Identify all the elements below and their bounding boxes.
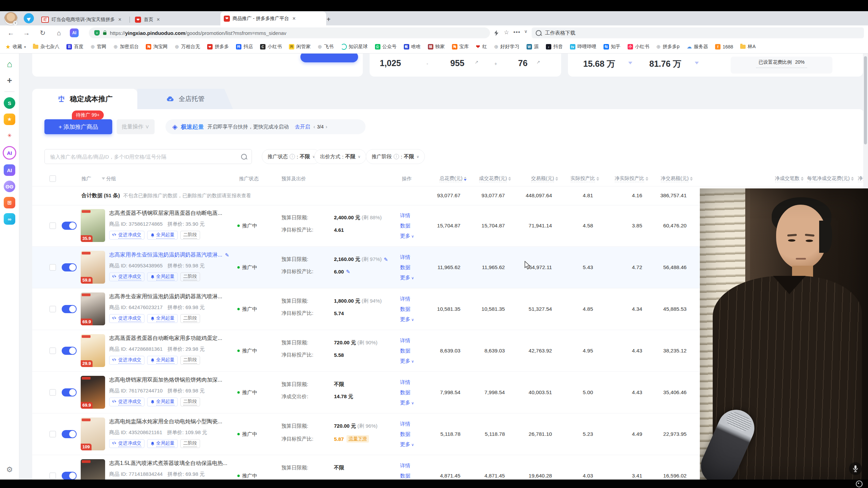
tag-global-boost[interactable]: 全局起量 [147, 398, 178, 406]
bookmark-item[interactable]: ⊕拼多多p [656, 44, 679, 50]
browser-tab-1[interactable]: 叮 叮当会电商培训-淘宝天猫拼多 × [38, 14, 134, 25]
browser-search-box[interactable]: 工作表格下载 [532, 27, 864, 38]
tag-global-boost[interactable]: 全局起量 [147, 356, 178, 365]
webcam-profile-avatar[interactable]: ∨ [4, 12, 18, 25]
op-detail-link[interactable]: 详情 [400, 254, 410, 261]
app-ai-ring-icon[interactable]: AI [3, 146, 16, 160]
bookmark-item[interactable]: tv哔哩哔哩 [570, 44, 596, 50]
app-molecule-icon[interactable]: ✳ [4, 130, 15, 141]
bookmark-item[interactable]: ⊕万相台无 [175, 44, 200, 50]
bookmark-item[interactable]: ⊕飞书 [318, 44, 334, 50]
tag-stage[interactable]: 二阶段 [180, 356, 200, 365]
new-tab-button[interactable]: + [325, 16, 332, 23]
tag-global-boost[interactable]: 全局起量 [147, 439, 178, 448]
bookmark-item[interactable]: 公公众号 [375, 44, 397, 50]
edit-roi-icon[interactable]: ✎ [346, 269, 350, 275]
tag-global-boost[interactable]: 全局起量 [147, 272, 178, 281]
promotion-toggle[interactable] [62, 347, 77, 355]
bookmark-item[interactable]: 小小红书 [628, 44, 649, 50]
bookmark-item[interactable]: C小红书 [260, 44, 282, 50]
bookmark-item[interactable]: 淘宝库 [452, 44, 469, 50]
bookmark-star-icon[interactable]: ☆ [504, 29, 509, 36]
bookmark-item[interactable]: ★收藏▾ [5, 43, 26, 50]
op-data-link[interactable]: 数据 [400, 431, 410, 438]
batch-operation-button[interactable]: 批量操作 ∨ [117, 119, 155, 134]
app-gamepad-icon[interactable]: ⊞ [4, 197, 15, 208]
product-image[interactable]: 29.9 [81, 334, 105, 367]
tag-stage[interactable]: 二阶段 [180, 231, 200, 240]
boost-open-link[interactable]: 去开启 [295, 124, 310, 130]
row-checkbox[interactable] [50, 348, 56, 354]
scrollbar-thumb[interactable] [864, 56, 867, 144]
tab-close-icon[interactable]: × [157, 17, 160, 23]
op-more-link[interactable]: 更多∨ [400, 316, 414, 323]
select-all-checkbox[interactable] [50, 176, 56, 182]
product-title[interactable]: 志高蒸蛋器煮蛋器自动断电家用多功能鸡蛋定... [109, 335, 222, 342]
bookmark-item[interactable]: 淘淘宝网 [146, 44, 167, 50]
bookmark-item[interactable]: 知知乎 [604, 44, 620, 50]
filter-funnel-icon[interactable] [695, 62, 699, 64]
tab-full-store-hosting[interactable]: 全店托管 [137, 89, 233, 109]
cost-ratio-box[interactable]: 已设置花费比例 20% [731, 57, 832, 74]
op-detail-link[interactable]: 详情 [400, 463, 410, 469]
bookmark-item[interactable]: 福独家 [428, 44, 445, 50]
op-data-link[interactable]: 数据 [400, 348, 410, 354]
bookmark-item[interactable]: 知识星球 [341, 44, 368, 50]
app-clip-icon[interactable]: ∞ [4, 213, 15, 225]
tag-stage[interactable]: 二阶段 [180, 272, 200, 281]
op-more-link[interactable]: 更多∨ [400, 441, 414, 448]
sidebar-add-icon[interactable]: + [4, 75, 15, 86]
bookmark-item[interactable]: 抖抖店 [236, 44, 253, 50]
bookmark-item[interactable]: 百百度 [66, 44, 83, 50]
filter-promotion-status[interactable]: 推广状态i: 不限 ∨ [262, 149, 321, 164]
tag-promote-net-deal[interactable]: 促进净成交 [109, 272, 144, 281]
row-checkbox[interactable] [50, 264, 56, 271]
add-promotion-button[interactable]: + 添加推广商品 [44, 119, 112, 134]
tag-promote-net-deal[interactable]: 促进净成交 [109, 398, 144, 406]
bookmark-item[interactable]: ❤红 [476, 44, 487, 50]
tag-promote-net-deal[interactable]: 促进净成交 [109, 356, 144, 365]
row-checkbox[interactable] [50, 431, 56, 438]
col-net-roi[interactable]: 净实际投产比 [615, 175, 648, 182]
op-detail-link[interactable]: 详情 [400, 296, 410, 302]
bookmark-item[interactable]: ⊕加密后台 [114, 44, 139, 50]
banner-next-icon[interactable]: › [326, 124, 328, 129]
tag-stage[interactable]: 二阶段 [180, 398, 200, 406]
tag-stage[interactable]: 二阶段 [180, 314, 200, 323]
product-title[interactable]: 志高电炖盅隔水炖家用全自动电炖锅小型陶瓷... [109, 418, 222, 425]
adblock-shield-icon[interactable]: + [94, 30, 100, 36]
product-image[interactable]: 69.9 [81, 292, 105, 325]
table-search-input[interactable] [50, 154, 241, 160]
op-more-link[interactable]: 更多∨ [400, 358, 414, 364]
forward-icon[interactable]: → [22, 28, 31, 38]
product-image[interactable]: 69.9 [81, 459, 105, 480]
tag-promote-net-deal[interactable]: 促进净成交 [109, 439, 144, 448]
bookmark-item[interactable]: W源 [527, 44, 539, 50]
tag-global-boost[interactable]: 全局起量 [147, 231, 178, 240]
search-icon[interactable] [241, 154, 247, 160]
promotion-toggle[interactable] [62, 305, 77, 313]
sidebar-home-icon[interactable]: ⌂ [4, 58, 15, 70]
browser-tab-2[interactable]: ❤ 首页 × [132, 14, 225, 25]
stat-card-blue-button[interactable] [300, 54, 358, 62]
more-menu-icon[interactable]: ••• [513, 29, 520, 36]
app-green-s-icon[interactable]: S [4, 97, 15, 109]
traffic-decline-tag[interactable]: 流量下滑 [347, 435, 369, 443]
bookmark-item[interactable]: 杂七杂八 [33, 44, 59, 50]
promotion-toggle[interactable] [62, 430, 77, 438]
row-checkbox[interactable] [50, 306, 56, 312]
product-image[interactable]: 35.9 [81, 209, 105, 242]
op-more-link[interactable]: 更多∨ [400, 400, 414, 406]
op-detail-link[interactable]: 详情 [400, 338, 410, 344]
filter-promotion-stage[interactable]: 推广阶段i: 不限 ∨ [366, 149, 425, 164]
lightning-icon[interactable] [494, 30, 498, 36]
bookmark-item[interactable]: ☁服务器 [687, 44, 708, 50]
tag-promote-net-deal[interactable]: 促进净成交 [109, 231, 144, 240]
tag-global-boost[interactable]: 全局起量 [147, 314, 178, 323]
row-checkbox[interactable] [50, 389, 56, 396]
bookmark-item[interactable]: f1688 [715, 44, 733, 49]
banner-prev-icon[interactable]: ‹ [313, 124, 315, 129]
tag-stage[interactable]: 二阶段 [180, 439, 200, 448]
bookmark-item[interactable]: 账啥啥 [404, 44, 421, 50]
op-data-link[interactable]: 数据 [400, 306, 410, 312]
